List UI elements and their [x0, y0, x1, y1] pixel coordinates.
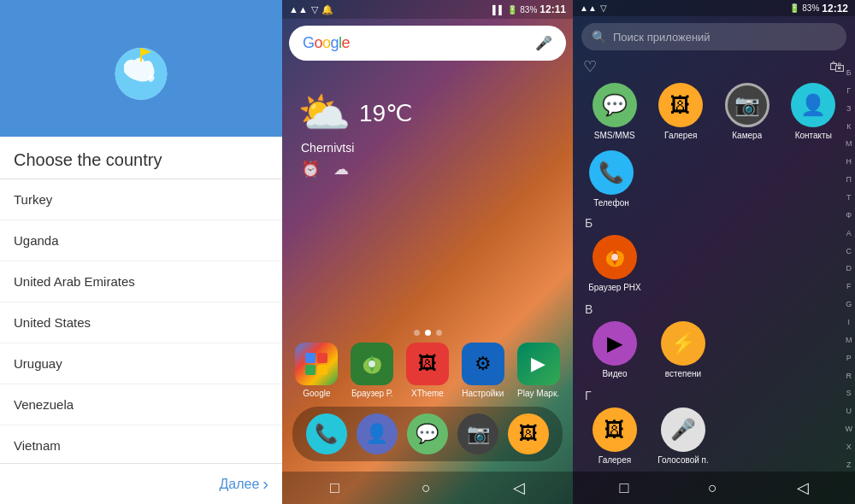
weather-icon-area: ⛅ 19℃ [298, 88, 412, 138]
country-vietnam[interactable]: Vietnam [0, 425, 282, 463]
home-statusbar: ▲▲ ▽ 🔔 ▌▌ 🔋 83% 12:11 [282, 0, 573, 19]
home-app-google[interactable]: Google [292, 343, 341, 398]
apps-statusbar: ▲▲ ▽ 🔋 83% 12:12 [573, 0, 855, 16]
drawer-voice[interactable]: 🎤 Голосовой п. [653, 407, 713, 465]
country-chooser-panel: Choose the country Turkey Uganda United … [0, 0, 282, 504]
apps-navbar: □ ○ ◁ [573, 472, 855, 504]
drawer-camera[interactable]: 📷 Камера [717, 83, 777, 140]
home-app-grid: Google Браузер Р. 🖼 XTheme [289, 343, 566, 398]
country-header [0, 0, 282, 137]
svg-rect-4 [317, 353, 327, 363]
contacts-top-icon: 👤 [791, 83, 835, 127]
home-app-playstore[interactable]: ▶ Play Марк. [514, 343, 563, 398]
camera-top-icon: 📷 [725, 83, 770, 127]
heart-icon[interactable]: ♡ [583, 57, 597, 76]
section-b-apps: Браузер PHX [581, 235, 846, 292]
top-apps-row: 💬 SMS/MMS 🖼 Галерея 📷 Камера 👤 [573, 79, 855, 147]
svg-rect-5 [305, 365, 315, 375]
nav-back-button[interactable]: □ [330, 479, 339, 497]
gallery2-icon: 🖼 [593, 407, 637, 452]
next-button[interactable]: Далее › [219, 474, 268, 494]
dock-camera[interactable]: 📷 [457, 413, 498, 454]
voice-icon: 🎤 [661, 407, 705, 452]
nav-recent-button[interactable]: ◁ [513, 478, 525, 497]
section-b-letter: Б [581, 216, 846, 230]
time-apps: 12:12 [822, 3, 848, 15]
browser-icon [351, 343, 393, 385]
dock-gallery[interactable]: 🖼 [508, 413, 549, 454]
browser-app-label: Браузер Р. [351, 389, 393, 398]
apps-nav-back[interactable]: □ [619, 479, 628, 497]
google-search-bar[interactable]: Google 🎤 [289, 26, 566, 61]
globe-icon [107, 34, 175, 103]
svg-point-7 [369, 360, 375, 367]
alarm-icon: ⏰ [301, 160, 320, 179]
apps-nav-recent[interactable]: ◁ [797, 478, 809, 497]
drawer-contacts[interactable]: 👤 Контакты [783, 83, 843, 140]
home-dock: 📞 👤 💬 📷 🖼 [292, 407, 563, 461]
signal-icon: ▲▲ [289, 4, 308, 15]
next-button-label: Далее [219, 477, 259, 492]
app-drawer-panel: ▲▲ ▽ 🔋 83% 12:12 🔍 Поиск приложений ♡ 🛍 … [573, 0, 855, 504]
browser2-label: Браузер PHX [588, 283, 641, 292]
dot-3 [436, 330, 442, 336]
section-phone: 📞 Телефон [573, 147, 855, 213]
drawer-sms[interactable]: 💬 SMS/MMS [585, 83, 645, 140]
bag-icon[interactable]: 🛍 [829, 58, 845, 76]
nav-home-button[interactable]: ○ [422, 479, 431, 497]
video-label: Видео [602, 369, 627, 378]
drawer-phone[interactable]: 📞 Телефон [581, 150, 641, 208]
sms-icon: 💬 [593, 83, 637, 127]
gallery-top-label: Галерея [664, 131, 697, 140]
country-uruguay[interactable]: Uruguay [0, 343, 282, 384]
battery-percent: 83% [520, 5, 537, 15]
battery-pct-apps: 83% [802, 3, 819, 13]
xtheme-app-label: XTheme [411, 389, 444, 398]
page-dots [289, 330, 566, 336]
home-app-browser[interactable]: Браузер Р. [347, 343, 397, 398]
dock-messages[interactable]: 💬 [407, 413, 448, 454]
xtheme-icon: 🖼 [406, 343, 449, 385]
drawer-gallery2[interactable]: 🖼 Галерея [585, 407, 645, 465]
drawer-gallery[interactable]: 🖼 Галерея [651, 83, 711, 140]
section-browser: Б Браузер PHX [573, 213, 855, 299]
search-input-apps[interactable]: Поиск приложений [613, 31, 836, 44]
dock-contacts[interactable]: 👤 [357, 413, 398, 454]
country-uganda[interactable]: Uganda [0, 220, 282, 261]
settings-app-label: Настройки [462, 389, 504, 398]
section-g-apps: 🖼 Галерея 🎤 Голосовой п. [581, 407, 846, 465]
city-name: Chernivtsi [301, 141, 354, 155]
country-turkey[interactable]: Turkey [0, 179, 282, 220]
phone-section-icon: 📞 [589, 150, 634, 195]
google-logo: Google [303, 34, 350, 52]
svg-rect-6 [317, 365, 327, 375]
app-search-bar[interactable]: 🔍 Поиск приложений [581, 23, 846, 50]
apps-statusbar-left: ▲▲ ▽ [580, 3, 607, 13]
home-app-xtheme[interactable]: 🖼 XTheme [403, 343, 452, 398]
country-us[interactable]: United States [0, 302, 282, 343]
home-navbar: □ ○ ◁ [282, 472, 573, 504]
phone-section-label: Телефон [593, 198, 628, 208]
drawer-browser[interactable]: Браузер PHX [585, 235, 645, 292]
country-venezuela[interactable]: Venezuela [0, 384, 282, 425]
notification-icon: 🔔 [321, 4, 333, 15]
gallery2-label: Галерея [598, 455, 631, 465]
gallery-top-icon: 🖼 [658, 83, 703, 127]
dock-phone[interactable]: 📞 [306, 413, 347, 454]
country-uae[interactable]: United Arab Emirates [0, 261, 282, 302]
weather-extra-icons: ⏰ ☁ [301, 160, 349, 179]
playstore-icon: ▶ [517, 343, 560, 385]
signal-strength-icon: ▌▌ [492, 5, 504, 15]
drawer-video[interactable]: ▶ Видео [585, 321, 645, 378]
drawer-vstupen[interactable]: ⚡ встепени [653, 321, 713, 378]
home-app-settings[interactable]: ⚙ Настройки [458, 343, 508, 398]
next-arrow-icon: › [262, 474, 268, 494]
temperature: 19℃ [359, 99, 412, 127]
dot-1 [414, 330, 420, 336]
apps-nav-home[interactable]: ○ [708, 479, 717, 497]
mic-icon[interactable]: 🎤 [535, 35, 552, 51]
vstupen-icon: ⚡ [661, 321, 705, 366]
weather-widget: ⛅ 19℃ Chernivtsi ⏰ ☁ [289, 71, 566, 330]
camera-top-label: Камера [732, 131, 762, 140]
browser2-icon [593, 235, 637, 279]
